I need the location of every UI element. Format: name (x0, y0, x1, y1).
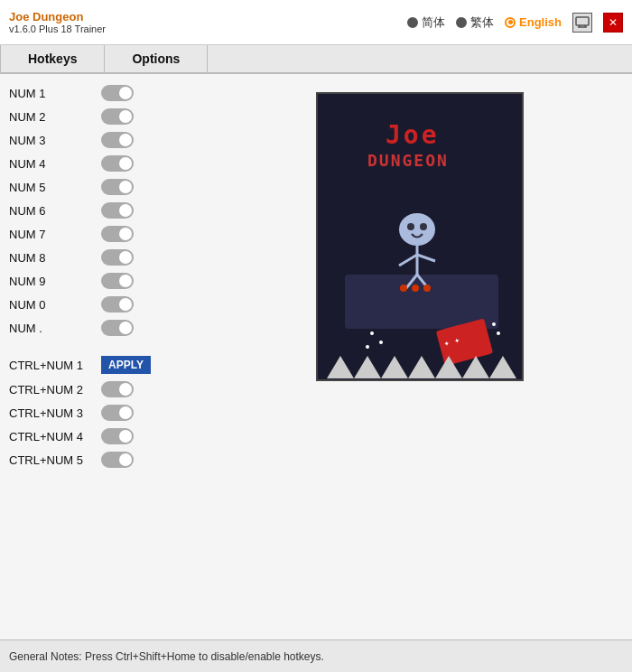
lang-traditional-label: 繁体 (470, 14, 494, 31)
svg-point-17 (412, 285, 419, 292)
hotkey-row: NUM 4 (9, 154, 208, 173)
lang-simplified-label: 简体 (422, 14, 445, 31)
hotkey-label: NUM 8 (9, 251, 90, 265)
language-controls: 简体 繁体 English ✕ (407, 13, 623, 33)
radio-english (505, 17, 516, 28)
hotkey-label: CTRL+NUM 4 (9, 430, 90, 443)
title-info: Joe Dungeon v1.6.0 Plus 18 Trainer (9, 10, 106, 34)
menu-hotkeys[interactable]: Hotkeys (0, 45, 105, 72)
hotkey-row: NUM 9 (9, 271, 208, 291)
hotkey-row: CTRL+NUM 3 (9, 403, 208, 423)
hotkey-row: NUM 3 (9, 130, 208, 150)
lang-simplified[interactable]: 简体 (407, 14, 445, 31)
hotkey-row: NUM 6 (9, 201, 208, 220)
svg-point-8 (399, 213, 435, 246)
svg-point-18 (423, 285, 431, 292)
hotkey-row: NUM 2 (9, 107, 208, 126)
hotkey-row: NUM 1 (9, 83, 208, 103)
toggle-num9[interactable] (101, 273, 134, 289)
hotkey-label: NUM 7 (9, 228, 90, 241)
hotkey-label: NUM 0 (9, 298, 90, 312)
lang-english[interactable]: English (505, 15, 562, 29)
hotkey-row: NUM . (9, 318, 208, 338)
svg-point-29 (379, 341, 383, 344)
hotkey-row: CTRL+NUM 4 (9, 426, 208, 446)
hotkey-label: CTRL+NUM 5 (9, 453, 90, 467)
menu-bar: Hotkeys Options (0, 45, 632, 74)
main-content: NUM 1 NUM 2 NUM 3 NUM 4 NUM 5 NUM 6 NUM … (0, 74, 632, 639)
footer: General Notes: Press Ctrl+Shift+Home to … (0, 639, 632, 672)
radio-simplified (407, 17, 418, 28)
hotkey-label: NUM 1 (9, 87, 90, 100)
toggle-num3[interactable] (101, 132, 134, 148)
menu-options[interactable]: Options (105, 45, 208, 72)
monitor-icon[interactable] (572, 13, 592, 33)
hotkey-label: CTRL+NUM 1 (9, 359, 90, 372)
hotkey-label: NUM 3 (9, 134, 90, 147)
toggle-num4[interactable] (101, 155, 134, 172)
svg-point-28 (370, 331, 374, 335)
hotkey-row: NUM 5 (9, 177, 208, 197)
hotkey-list: NUM 1 NUM 2 NUM 3 NUM 4 NUM 5 NUM 6 NUM … (9, 83, 208, 630)
hotkey-row: CTRL+NUM 5 (9, 450, 208, 470)
app-version: v1.6.0 Plus 18 Trainer (9, 23, 106, 34)
svg-text:DUNGEON: DUNGEON (367, 151, 449, 170)
hotkey-row: NUM 8 (9, 247, 208, 267)
hotkey-label: CTRL+NUM 3 (9, 406, 90, 420)
title-bar: Joe Dungeon v1.6.0 Plus 18 Trainer 简体 繁体… (0, 0, 632, 45)
toggle-num0[interactable] (101, 296, 134, 313)
toggle-num1[interactable] (101, 85, 134, 101)
radio-traditional (456, 17, 467, 28)
svg-rect-0 (576, 17, 589, 25)
lang-traditional[interactable]: 繁体 (456, 14, 494, 31)
hotkey-row: NUM 7 (9, 224, 208, 244)
footer-text: General Notes: Press Ctrl+Shift+Home to … (9, 650, 324, 663)
toggle-ctrl-num3[interactable] (101, 405, 134, 421)
svg-point-9 (407, 223, 414, 230)
app-name: Joe Dungeon (9, 10, 106, 23)
apply-button[interactable]: APPLY (101, 356, 151, 374)
toggle-ctrl-num5[interactable] (101, 452, 134, 468)
hotkey-label: NUM 4 (9, 157, 90, 171)
svg-point-30 (366, 345, 369, 349)
toggle-ctrl-num2[interactable] (101, 381, 134, 397)
game-image-area: Joe DUNGEON (217, 83, 623, 630)
hotkey-label: NUM 9 (9, 275, 90, 288)
svg-point-31 (492, 322, 496, 326)
hotkey-row: CTRL+NUM 2 (9, 379, 208, 399)
hotkey-label: NUM 2 (9, 110, 90, 124)
hotkey-label: NUM 5 (9, 181, 90, 194)
toggle-num8[interactable] (101, 249, 134, 266)
toggle-num5[interactable] (101, 179, 134, 195)
close-button[interactable]: ✕ (603, 13, 623, 33)
svg-point-16 (400, 285, 407, 292)
toggle-num2[interactable] (101, 108, 134, 125)
game-art: Joe DUNGEON (316, 92, 524, 381)
hotkey-label: NUM . (9, 322, 90, 335)
lang-english-label: English (519, 15, 562, 29)
toggle-numdot[interactable] (101, 320, 134, 336)
toggle-num7[interactable] (101, 226, 134, 242)
svg-point-32 (497, 331, 500, 335)
separator (9, 341, 208, 350)
toggle-num6[interactable] (101, 202, 134, 219)
hotkey-label: CTRL+NUM 2 (9, 383, 90, 397)
hotkey-row: NUM 0 (9, 294, 208, 314)
svg-point-10 (420, 223, 427, 230)
svg-text:Joe: Joe (386, 120, 440, 150)
hotkey-row: CTRL+NUM 1 APPLY (9, 354, 208, 376)
toggle-ctrl-num4[interactable] (101, 428, 134, 444)
hotkey-label: NUM 6 (9, 204, 90, 218)
